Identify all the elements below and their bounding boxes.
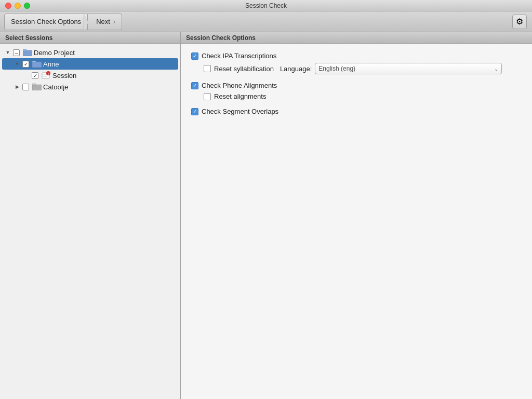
language-value: English (eng) <box>318 65 355 72</box>
tree-item-session[interactable]: ! Session <box>2 70 178 81</box>
checkbox-session[interactable] <box>32 72 38 79</box>
tab-options-label: Session Check Options <box>11 18 81 25</box>
gear-icon: ⚙ <box>516 17 523 26</box>
label-demo-project: Demo Project <box>34 49 75 57</box>
svg-rect-3 <box>32 62 42 68</box>
label-session: Session <box>52 72 76 79</box>
window-controls <box>5 3 30 9</box>
label-anne: Anne <box>43 60 59 68</box>
language-select-arrow-icon: ⌄ <box>494 66 498 72</box>
title-bar: Session Check <box>0 0 532 11</box>
language-label: Language: <box>280 65 312 73</box>
tab-next-label: Next <box>96 18 110 25</box>
checkbox-check-phone[interactable] <box>191 82 198 89</box>
options-header-label: Session Check Options <box>186 34 256 42</box>
expand-arrow-demo[interactable] <box>4 49 11 56</box>
checkbox-anne[interactable] <box>22 61 29 68</box>
label-reset-alignments: Reset alignments <box>214 92 266 100</box>
close-button[interactable] <box>5 3 11 9</box>
options-header: Session Check Options <box>181 32 532 44</box>
checkbox-catootje[interactable] <box>22 84 29 90</box>
svg-rect-10 <box>32 85 42 90</box>
option-check-ipa: Check IPA Transcriptions Reset syllabifi… <box>191 52 522 74</box>
options-body: Check IPA Transcriptions Reset syllabifi… <box>181 44 532 124</box>
gear-button[interactable]: ⚙ <box>512 15 527 29</box>
svg-rect-4 <box>32 61 36 62</box>
folder-icon-anne <box>32 60 42 68</box>
tree-item-anne[interactable]: Anne <box>2 58 178 70</box>
label-catootje: Catootje <box>43 83 68 91</box>
tree-item-demo-project[interactable]: Demo Project <box>2 47 178 58</box>
checkbox-demo[interactable] <box>13 49 20 56</box>
option-phone-row: Check Phone Alignments <box>191 82 522 89</box>
folder-icon-demo <box>23 49 32 56</box>
window-title: Session Check <box>245 2 287 9</box>
option-ipa-row: Check IPA Transcriptions <box>191 52 522 60</box>
label-check-phone: Check Phone Alignments <box>202 82 277 89</box>
checkbox-check-ipa[interactable] <box>191 52 198 60</box>
session-icon: ! <box>42 71 51 79</box>
option-check-segment: Check Segment Overlaps <box>191 108 522 115</box>
main-content: Select Sessions Demo Project <box>0 32 532 399</box>
label-check-ipa: Check IPA Transcriptions <box>202 52 276 60</box>
checkbox-reset-syllabification[interactable] <box>204 65 211 72</box>
left-panel-header: Select Sessions <box>0 32 180 44</box>
maximize-button[interactable] <box>24 3 30 9</box>
select-sessions-label: Select Sessions <box>5 34 52 42</box>
checkbox-reset-alignments[interactable] <box>204 93 211 100</box>
svg-rect-11 <box>32 84 36 85</box>
checkbox-check-segment[interactable] <box>191 108 198 115</box>
tab-next[interactable]: Next › <box>88 14 122 30</box>
sub-option-reset-syllabification: Reset syllabification Language: English … <box>191 63 522 74</box>
language-select[interactable]: English (eng) ⌄ <box>315 63 502 74</box>
option-check-phone: Check Phone Alignments Reset alignments <box>191 82 522 100</box>
sub-option-reset-alignments: Reset alignments <box>191 92 522 100</box>
svg-rect-2 <box>23 49 26 51</box>
folder-icon-catootje <box>32 83 42 90</box>
tree-area[interactable]: Demo Project Anne <box>0 44 180 399</box>
tree-item-catootje[interactable]: Catootje <box>2 81 178 92</box>
next-arrow-icon: › <box>113 18 115 25</box>
label-reset-syllabification: Reset syllabification <box>214 65 274 73</box>
minimize-button[interactable] <box>15 3 21 9</box>
left-panel: Select Sessions Demo Project <box>0 32 181 399</box>
toolbar: Session Check Options Next › ⚙ <box>0 11 532 32</box>
right-panel: Session Check Options Check IPA Transcri… <box>181 32 532 399</box>
expand-arrow-anne[interactable] <box>14 60 21 68</box>
expand-arrow-catootje[interactable] <box>14 83 21 90</box>
tab-session-check-options[interactable]: Session Check Options <box>4 14 88 30</box>
label-check-segment: Check Segment Overlaps <box>202 108 278 115</box>
